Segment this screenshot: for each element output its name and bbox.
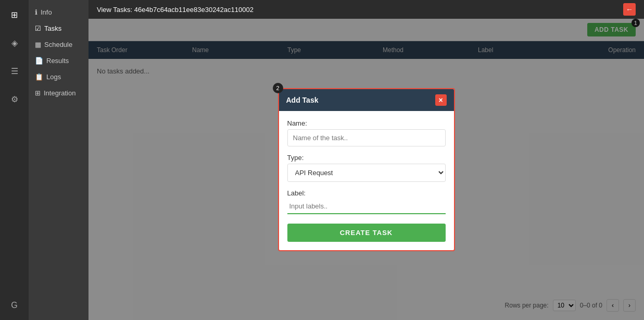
modal-container: 2 Add Task × Name: — [278, 88, 455, 251]
sidebar-item-tasks[interactable]: ☑ Tasks — [29, 20, 89, 36]
label-form-group: Label: — [287, 189, 446, 214]
name-label: Name: — [287, 119, 446, 127]
sidebar-item-info-label: Info — [41, 8, 52, 16]
schedule-icon: ▦ — [35, 41, 41, 48]
pipeline-icon[interactable]: ◈ — [5, 33, 24, 52]
sidebar-item-integration[interactable]: ⊞ Integration — [29, 85, 89, 101]
settings-icon[interactable]: ⚙ — [5, 90, 24, 108]
g-icon[interactable]: G — [5, 296, 24, 315]
badge-2: 2 — [273, 83, 283, 93]
modal-header: Add Task × — [279, 89, 454, 111]
top-bar: View Tasks: 46e4b7c64acb11ee83e30242ac11… — [89, 0, 644, 19]
type-label: Type: — [287, 154, 446, 162]
sidebar-item-info[interactable]: ℹ Info — [29, 4, 89, 20]
name-input[interactable] — [287, 129, 446, 146]
home-icon[interactable]: ⊞ — [5, 5, 24, 24]
nav-sidebar: ℹ Info ☑ Tasks ▦ Schedule 📄 Results 📋 Lo… — [29, 0, 89, 320]
sidebar-item-tasks-label: Tasks — [44, 24, 61, 32]
icon-sidebar: ⊞ ◈ ☰ ⚙ G — [0, 0, 29, 320]
sidebar-item-schedule[interactable]: ▦ Schedule — [29, 36, 89, 53]
sidebar-item-logs[interactable]: 📋 Logs — [29, 69, 89, 85]
modal-close-button[interactable]: × — [435, 94, 447, 106]
top-bar-close-button[interactable]: ← — [623, 3, 636, 16]
logs-icon: 📋 — [35, 73, 43, 81]
type-select[interactable]: API Request Script Email HTTP Request — [287, 164, 446, 182]
results-icon: 📄 — [35, 57, 43, 65]
name-form-group: Name: — [287, 119, 446, 146]
sidebar-item-results-label: Results — [46, 57, 69, 65]
modal-overlay: 2 Add Task × Name: — [89, 19, 644, 320]
tasks-icon: ☑ — [35, 24, 41, 32]
modal-body: Name: Type: API Request Script Email HTT… — [279, 111, 454, 250]
sidebar-item-schedule-label: Schedule — [44, 41, 72, 48]
list-icon[interactable]: ☰ — [5, 61, 24, 80]
sidebar-item-logs-label: Logs — [46, 73, 61, 81]
page-title: View Tasks: 46e4b7c64acb11ee83e30242ac11… — [97, 6, 254, 14]
add-task-modal: Add Task × Name: Type: — [278, 88, 455, 251]
label-label: Label: — [287, 189, 446, 197]
content-area: ADD TASK 1 Task Order Name Type Method L… — [89, 19, 644, 320]
modal-close-icon: × — [438, 96, 443, 104]
sidebar-item-integration-label: Integration — [44, 89, 75, 97]
label-input[interactable] — [287, 199, 446, 214]
sidebar-item-results[interactable]: 📄 Results — [29, 53, 89, 69]
info-icon: ℹ — [35, 8, 37, 16]
modal-title: Add Task — [286, 96, 319, 104]
integration-icon: ⊞ — [35, 89, 41, 97]
create-task-button[interactable]: CREATE TASK — [287, 224, 446, 242]
main-content: View Tasks: 46e4b7c64acb11ee83e30242ac11… — [89, 0, 644, 320]
type-form-group: Type: API Request Script Email HTTP Requ… — [287, 154, 446, 182]
